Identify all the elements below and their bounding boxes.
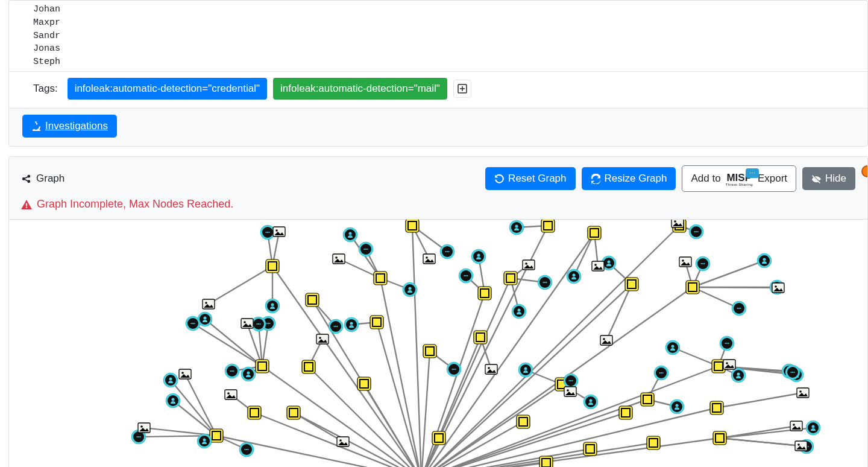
svg-point-195	[269, 323, 270, 324]
svg-point-345	[799, 390, 802, 393]
svg-point-182	[204, 317, 207, 320]
svg-point-242	[231, 370, 233, 372]
svg-point-169	[700, 263, 702, 264]
code-word: Steph	[33, 57, 60, 67]
svg-line-96	[717, 393, 803, 408]
svg-point-150	[477, 254, 480, 257]
svg-point-282	[138, 436, 139, 437]
svg-point-335	[319, 337, 321, 339]
svg-point-347	[181, 372, 184, 374]
svg-point-266	[726, 343, 728, 344]
svg-point-174	[763, 258, 766, 261]
svg-point-154	[696, 231, 697, 232]
svg-line-95	[693, 287, 778, 288]
svg-point-281	[136, 436, 137, 437]
svg-point-257	[568, 380, 570, 381]
code-word: Maxpr	[33, 17, 60, 28]
tag-mail[interactable]: infoleak:automatic-detection="mail"	[273, 78, 447, 100]
svg-point-291	[247, 449, 248, 450]
svg-point-147	[366, 249, 368, 250]
svg-point-305	[790, 372, 791, 373]
hide-label: Hide	[825, 173, 846, 185]
investigations-button[interactable]: Investigations	[22, 115, 117, 138]
svg-line-97	[185, 374, 216, 436]
svg-point-243	[233, 370, 234, 372]
svg-point-203	[336, 326, 338, 327]
code-word: Sandr	[33, 31, 60, 41]
add-tag-button[interactable]	[453, 80, 471, 98]
svg-point-286	[203, 439, 206, 442]
tag-credential[interactable]: infoleak:automatic-detection="credential…	[68, 78, 267, 100]
svg-point-142	[349, 232, 352, 235]
svg-point-202	[335, 326, 336, 327]
resize-graph-label: Resize Graph	[605, 173, 667, 185]
hide-button[interactable]: Hide	[802, 167, 855, 190]
svg-point-246	[247, 372, 250, 375]
svg-point-238	[172, 398, 175, 401]
svg-point-341	[726, 362, 728, 364]
svg-line-27	[294, 413, 421, 467]
graph-card: Graph Reset Graph Resize Graph Add to	[8, 156, 868, 467]
svg-point-211	[448, 251, 449, 252]
svg-point-217	[542, 282, 544, 283]
svg-point-138	[267, 232, 268, 233]
add-to-label: Add to	[691, 173, 720, 185]
svg-point-235	[259, 323, 260, 325]
svg-point-259	[571, 380, 573, 381]
svg-point-194	[268, 323, 269, 324]
svg-point-201	[333, 326, 335, 327]
redaction-overlay	[74, 1, 261, 71]
svg-point-355	[567, 389, 569, 392]
svg-point-186	[192, 323, 193, 324]
resize-graph-button[interactable]: Resize Graph	[582, 167, 676, 190]
svg-point-307	[793, 372, 794, 373]
export-label: Export	[758, 173, 787, 185]
svg-point-227	[740, 308, 741, 309]
svg-point-230	[169, 378, 172, 381]
misp-subtext: Threat Sharing	[726, 183, 753, 186]
svg-point-218	[544, 282, 546, 283]
svg-line-49	[193, 323, 262, 366]
graph-header: Graph Reset Graph Resize Graph Add to	[9, 157, 867, 220]
svg-point-283	[139, 436, 140, 437]
svg-point-317	[275, 229, 278, 232]
investigations-bar: Investigations	[9, 108, 867, 146]
svg-point-337	[488, 367, 490, 369]
investigations-label: Investigations	[45, 120, 108, 132]
svg-point-298	[661, 372, 662, 373]
svg-point-145	[363, 249, 365, 250]
eye-slash-icon	[811, 174, 822, 184]
svg-point-321	[426, 256, 428, 259]
misp-logo: ⋯ MISP Threat Sharing	[726, 171, 753, 186]
svg-point-139	[268, 232, 269, 233]
speech-bubble-icon: ⋯	[746, 168, 759, 178]
svg-point-214	[518, 309, 521, 312]
svg-point-153	[694, 231, 695, 232]
svg-point-233	[256, 323, 257, 325]
reset-graph-button[interactable]: Reset Graph	[485, 167, 575, 190]
svg-point-353	[140, 425, 143, 428]
microscope-icon	[31, 121, 42, 131]
svg-point-146	[365, 249, 366, 250]
svg-point-137	[265, 232, 266, 233]
reset-graph-label: Reset Graph	[508, 173, 566, 185]
graph-body[interactable]	[9, 220, 867, 467]
svg-point-155	[697, 231, 698, 232]
svg-point-323	[525, 262, 527, 265]
add-to-misp-button[interactable]: Add to ⋯ MISP Threat Sharing Export	[682, 165, 796, 192]
svg-point-359	[797, 443, 800, 446]
svg-line-99	[294, 413, 343, 442]
graph-title: Graph	[21, 173, 64, 185]
svg-rect-328	[671, 220, 684, 227]
svg-point-170	[702, 263, 703, 264]
svg-point-225	[737, 308, 738, 309]
svg-point-325	[594, 264, 597, 266]
graph-warning: Graph Incomplete, Max Nodes Reached.	[21, 198, 855, 211]
svg-point-339	[603, 338, 605, 340]
plus-box-icon	[458, 84, 467, 94]
svg-point-315	[807, 446, 808, 447]
svg-point-161	[464, 275, 465, 276]
svg-point-226	[738, 308, 740, 309]
sync-icon	[591, 174, 601, 184]
svg-point-299	[662, 372, 663, 373]
